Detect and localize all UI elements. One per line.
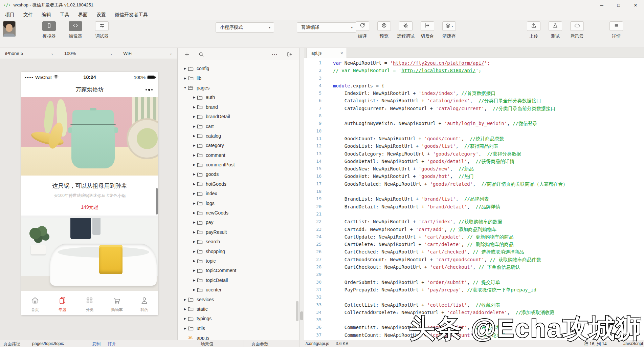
tree-item-shopping[interactable]: ▶ shopping (178, 246, 299, 256)
bathroom-hero-image[interactable] (21, 218, 158, 291)
tree-item-brandDetail[interactable]: ▶ brandDetail (178, 112, 299, 121)
network-select[interactable]: WiFi ⌄ (118, 48, 177, 59)
details-button[interactable]: 详情 (606, 21, 626, 39)
tree-item-cart[interactable]: ▶ cart (178, 121, 299, 131)
tree-item-topicComment[interactable]: ▶ topicComment (178, 266, 299, 275)
clear-cache-button[interactable]: ▾ 清缓存 (439, 21, 459, 39)
tree-item-auth[interactable]: ▶ auth (178, 93, 299, 102)
more-options-icon[interactable]: ⋯ (271, 50, 278, 58)
tree-item-newGoods[interactable]: ▶ newGoods (178, 208, 299, 218)
editor-button[interactable]: 编辑器 (66, 21, 85, 39)
page-path-label: 页面路径 (3, 341, 20, 347)
tree-item-goods[interactable]: ▶ goods (178, 169, 299, 179)
line-number: 32 (304, 293, 321, 301)
collapse-panel-icon[interactable] (286, 50, 293, 58)
phone-preview[interactable]: ●●●●● WeChat 10:24 100% 万家烘焙坊 (21, 72, 158, 315)
code-line: 7 CatalogCurrent: NewApiRootUrl + 'catal… (304, 105, 644, 112)
zoom-select[interactable]: 100% ⌄ (59, 48, 118, 59)
code-line: 31 PayPrepayId: NewApiRootUrl + 'pay/pre… (304, 286, 644, 293)
code-line: 6 CatalogList: NewApiRootUrl + 'catalog/… (304, 97, 644, 104)
background-switch-button[interactable]: 切后台 (418, 21, 437, 39)
debugger-button[interactable]: 调试器 (92, 21, 112, 39)
tree-scrollbar[interactable] (296, 301, 298, 321)
avatar[interactable] (3, 21, 16, 37)
tree-item-category[interactable]: ▶ category (178, 141, 299, 150)
tree-item-pay[interactable]: ▶ pay (178, 218, 299, 227)
close-button[interactable]: ✕ (627, 0, 644, 10)
code-line: 33 CollectList: NewApiRootUrl + 'collect… (304, 301, 644, 309)
add-file-icon[interactable] (183, 50, 191, 58)
tree-item-ucenter[interactable]: ▶ ucenter (178, 285, 299, 294)
copy-link[interactable]: 复制 (92, 341, 101, 347)
product-info[interactable]: 这只锅，可以从祖母用到孙辈 买100年传世珐琅锅送迷你马卡龙色小锅 149元起 (21, 176, 158, 216)
folder-icon (197, 191, 204, 196)
tree-item-app.js[interactable]: JS app.js (178, 333, 299, 340)
tree-item-hotGoods[interactable]: ▶ hotGoods (178, 179, 299, 189)
folder-icon (197, 268, 204, 273)
phone-tab-user[interactable]: 我的 (131, 293, 158, 315)
tree-item-topicDetail[interactable]: ▶ topicDetail (178, 275, 299, 285)
tree-item-index[interactable]: ▶ index (178, 189, 299, 198)
mode-select[interactable]: 小程序模式 ▾ (216, 22, 274, 33)
tree-item-catalog[interactable]: ▶ catalog (178, 131, 299, 141)
compile-button[interactable]: 编译 (353, 21, 372, 39)
editor-scrollbar-rail[interactable] (299, 48, 304, 340)
scene-value-label[interactable]: 场景值 (201, 341, 214, 347)
menu-item-工具[interactable]: 工具 (55, 12, 74, 18)
menu-item-文件[interactable]: 文件 (19, 12, 37, 18)
product-hero-image[interactable] (21, 97, 158, 176)
eye-icon (381, 22, 387, 30)
tree-item-pages[interactable]: ▼ pages (178, 83, 299, 93)
tree-item-lib[interactable]: ▶ lib (178, 73, 299, 83)
tree-item-logs[interactable]: ▶ logs (178, 198, 299, 208)
tab-api-js[interactable]: api.js × (306, 48, 347, 58)
more-menu-icon[interactable] (146, 89, 153, 91)
phone-tab-topic[interactable]: 专题 (49, 293, 76, 315)
tree-item-payResult[interactable]: ▶ payResult (178, 227, 299, 237)
test-button[interactable]: 测试 (546, 21, 565, 39)
menu-item-设置[interactable]: 设置 (92, 12, 110, 18)
simulator-button[interactable]: 模拟器 (39, 21, 59, 39)
menu-item-项目[interactable]: 项目 (1, 12, 19, 18)
file-size: 3.6 KB (336, 341, 349, 346)
tree-item-comment[interactable]: ▶ comment (178, 150, 299, 160)
tree-item-search[interactable]: ▶ search (178, 237, 299, 246)
line-number: 30 (304, 279, 321, 286)
open-link[interactable]: 打开 (108, 341, 116, 347)
tree-item-topic[interactable]: ▶ topic (178, 256, 299, 266)
caret-right-icon: ▶ (192, 250, 197, 253)
tencent-cloud-button[interactable]: 腾讯云 (567, 21, 587, 39)
close-icon[interactable]: × (340, 50, 343, 56)
minimize-button[interactable]: ─ (593, 0, 610, 10)
menu-item-界面[interactable]: 界面 (74, 12, 92, 18)
search-icon[interactable] (197, 50, 205, 58)
compile-select[interactable]: 普通编译 ▾ (297, 22, 356, 33)
tree-item-utils[interactable]: ▶ utils (178, 324, 299, 333)
tree-item-static[interactable]: ▶ static (178, 304, 299, 314)
upload-button[interactable]: 上传 (524, 21, 543, 39)
caret-right-icon: ▶ (192, 259, 197, 263)
tree-item-brand[interactable]: ▶ brand (178, 102, 299, 112)
line-number: 14 (304, 158, 321, 165)
device-select[interactable]: iPhone 5 ⌄ (0, 48, 59, 59)
phone-scrollbar[interactable] (156, 188, 158, 215)
tree-item-commentPost[interactable]: ▶ commentPost (178, 160, 299, 169)
phone-tab-grid[interactable]: 分类 (76, 293, 104, 315)
maximize-button[interactable]: □ (610, 0, 627, 10)
code-line: 17 GoodsRelated: NewApiRootUrl + 'goods/… (304, 180, 644, 188)
menu-item-微信开发者工具[interactable]: 微信开发者工具 (110, 12, 152, 18)
bug-icon (403, 22, 409, 30)
menu-item-编辑[interactable]: 编辑 (37, 12, 55, 18)
grid-icon (85, 296, 94, 306)
code-editor[interactable]: 1 var NewApiRootUrl = 'https://fly2you.c… (304, 58, 644, 340)
code-line: 19 BrandList: NewApiRootUrl + 'brand/lis… (304, 195, 644, 203)
phone-tab-cart[interactable]: 购物车 (103, 293, 131, 315)
tree-item-services[interactable]: ▶ services (178, 294, 299, 304)
remote-debug-button[interactable]: 远程调试 (396, 21, 416, 39)
tree-item-config[interactable]: ▶ config (178, 64, 299, 73)
watermark: 头条 @Echa攻城狮 (409, 311, 643, 346)
tree-item-typings[interactable]: ▶ typings (178, 314, 299, 323)
page-params-label[interactable]: 页面参数 (251, 341, 268, 347)
phone-tab-home[interactable]: 首页 (21, 293, 49, 315)
preview-button[interactable]: 预览 (374, 21, 394, 39)
